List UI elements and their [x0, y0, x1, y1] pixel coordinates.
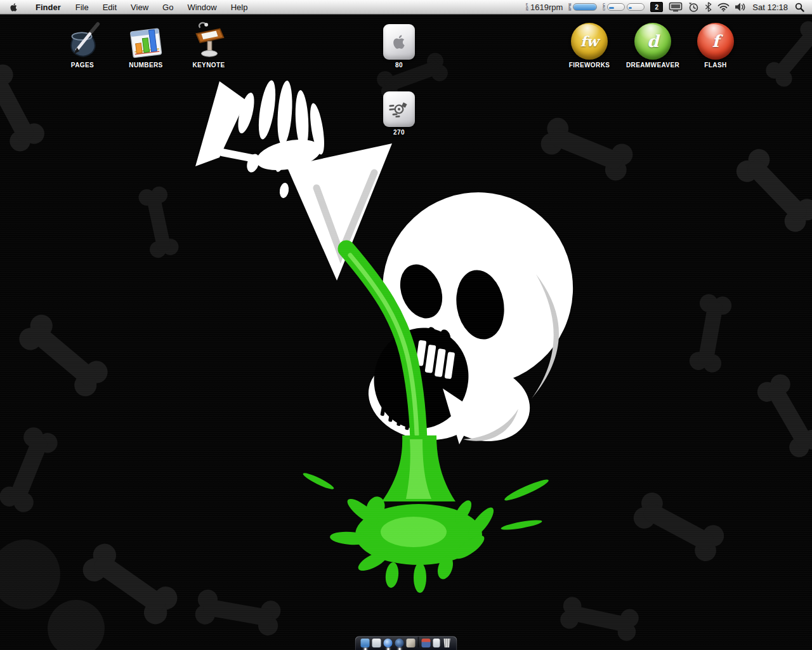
- desktop-icon-pages[interactable]: PAGES: [52, 19, 113, 69]
- spaces-badge[interactable]: 2: [650, 2, 663, 12]
- cpu-core2-bar: [627, 3, 645, 11]
- fan-speed-extra[interactable]: FAN 1619rpm: [526, 3, 563, 12]
- spotlight-search-icon: [795, 3, 804, 12]
- desktop-icon-keynote[interactable]: KEYNOTE: [178, 19, 239, 69]
- dock-downloads-stack-icon[interactable]: [422, 639, 431, 647]
- menu-window[interactable]: Window: [180, 0, 223, 14]
- desktop-icon-drive-80[interactable]: 80: [369, 19, 429, 69]
- icon-label: 270: [369, 129, 429, 136]
- spotlight-menu-extra[interactable]: [795, 0, 804, 14]
- icon-label: FLASH: [685, 62, 746, 69]
- fan-label: FAN: [526, 3, 529, 11]
- displays-menu-extra[interactable]: [669, 0, 683, 14]
- memory-extra[interactable]: MEM: [568, 3, 597, 11]
- fan-value: 1619rpm: [530, 3, 563, 12]
- dock-browser-icon[interactable]: [395, 639, 404, 647]
- keynote-icon: [178, 19, 239, 60]
- desktop-icon-flash[interactable]: f FLASH: [685, 19, 746, 69]
- flash-glyph: f: [712, 32, 719, 51]
- mem-label: MEM: [568, 3, 572, 11]
- flash-sphere-icon: f: [685, 19, 746, 60]
- menu-file[interactable]: File: [69, 0, 96, 14]
- fireworks-glyph: fw: [580, 33, 598, 50]
- cpu-extra[interactable]: CPU: [603, 3, 645, 11]
- time-machine-icon: [688, 2, 699, 13]
- dock-divider: [418, 637, 419, 647]
- icon-label: NUMBERS: [115, 62, 176, 69]
- dock-shelf: [355, 636, 457, 650]
- icon-label: 80: [369, 62, 429, 69]
- apple-icon: [9, 2, 18, 13]
- numbers-icon: [115, 19, 176, 60]
- desktop-icon-numbers[interactable]: NUMBERS: [115, 19, 176, 69]
- icon-label: DREAMWEAVER: [622, 62, 683, 69]
- menu-view[interactable]: View: [124, 0, 155, 14]
- apple-menu[interactable]: [0, 0, 28, 14]
- menu-bar-left: Finder File Edit View Go Window Help: [0, 0, 254, 14]
- icon-label: FIREWORKS: [559, 62, 620, 69]
- cpu-label: CPU: [603, 3, 606, 11]
- dock-mail-icon[interactable]: [372, 639, 381, 647]
- dreamweaver-glyph: d: [647, 32, 658, 51]
- bluetooth-icon: [705, 2, 712, 12]
- menu-finder[interactable]: Finder: [28, 0, 69, 14]
- cpu-core1-bar: [607, 3, 625, 11]
- display-icon: [669, 2, 683, 12]
- desktop: PAGES NUMBERS: [0, 0, 812, 650]
- memory-bar: [573, 3, 597, 11]
- fireworks-sphere-icon: fw: [559, 19, 620, 60]
- menu-bar-status: FAN 1619rpm MEM CPU 2: [526, 0, 812, 14]
- martini-glass: [195, 81, 392, 281]
- volume-menu-extra[interactable]: [735, 0, 745, 14]
- dock-documents-stack-icon[interactable]: [433, 639, 440, 647]
- dock-graphics-app-icon[interactable]: [407, 639, 416, 647]
- drive-firewire-icon: [369, 86, 429, 127]
- dock: [355, 636, 457, 650]
- dock-finder-icon[interactable]: [361, 639, 370, 647]
- icon-label: PAGES: [52, 62, 113, 69]
- icon-label: KEYNOTE: [178, 62, 239, 69]
- time-machine-menu-extra[interactable]: [688, 0, 699, 14]
- drive-apple-icon: [369, 19, 429, 60]
- wifi-icon: [717, 3, 730, 11]
- menu-edit[interactable]: Edit: [96, 0, 124, 14]
- menu-help[interactable]: Help: [224, 0, 255, 14]
- bluetooth-menu-extra[interactable]: [705, 0, 712, 14]
- dock-trash-icon[interactable]: [443, 639, 452, 647]
- dock-safari-icon[interactable]: [384, 639, 393, 647]
- desktop-icon-fireworks[interactable]: fw FIREWORKS: [559, 19, 620, 69]
- wifi-menu-extra[interactable]: [717, 0, 730, 14]
- desktop-icon-drive-270[interactable]: 270: [369, 86, 429, 136]
- dreamweaver-sphere-icon: d: [622, 19, 683, 60]
- volume-icon: [735, 3, 745, 11]
- desktop-icon-dreamweaver[interactable]: d DREAMWEAVER: [622, 19, 683, 69]
- menu-bar-clock[interactable]: Sat 12:18: [751, 3, 789, 12]
- menu-bar: Finder File Edit View Go Window Help FAN…: [0, 0, 812, 15]
- pages-icon: [52, 19, 113, 60]
- menu-go[interactable]: Go: [155, 0, 180, 14]
